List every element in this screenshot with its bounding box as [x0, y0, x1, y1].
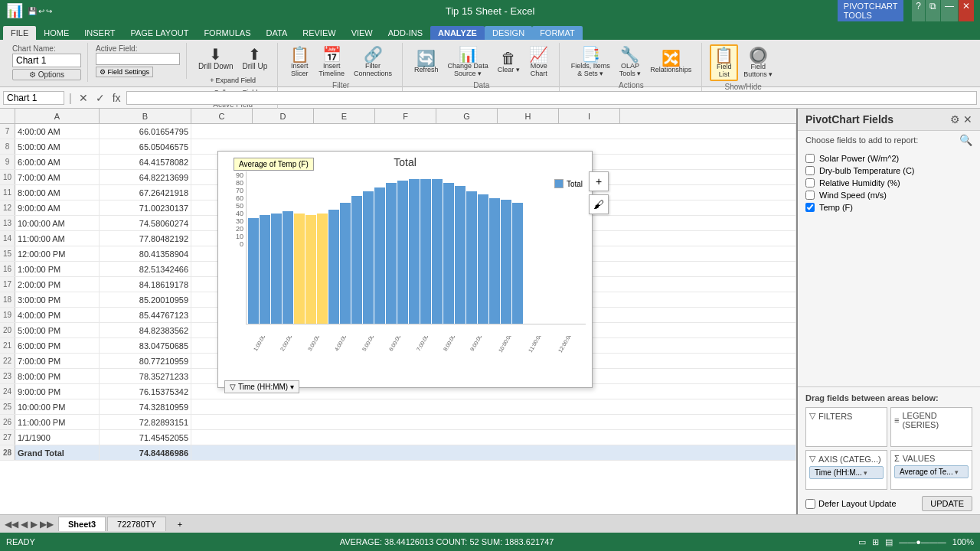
chart-bar[interactable]	[409, 179, 420, 324]
view-normal-icon[interactable]: ▭	[858, 537, 866, 547]
col-header-f[interactable]: F	[375, 109, 436, 123]
chart-container[interactable]: Average of Temp (F) Total 90807060504030…	[217, 151, 593, 388]
cell-value[interactable]: 76.15375342	[100, 384, 191, 399]
col-header-e[interactable]: E	[314, 109, 375, 123]
update-button[interactable]: UPDATE	[922, 496, 972, 511]
drill-up-btn[interactable]: ⬆ Drill Up	[239, 44, 272, 73]
expand-field-btn[interactable]: + Expand Field	[206, 74, 260, 86]
olap-tools-btn[interactable]: 🔧 OLAPTools ▾	[616, 44, 645, 80]
field-buttons-btn[interactable]: 🔘 FieldButtons ▾	[740, 45, 776, 80]
chart-bar[interactable]	[374, 187, 385, 324]
insert-slicer-btn[interactable]: 📋 InsertSlicer	[286, 44, 313, 80]
tab-addins[interactable]: ADD-INS	[381, 26, 430, 40]
chart-bar[interactable]	[283, 211, 293, 324]
field-item[interactable]: Relative Humidity (%)	[805, 177, 972, 189]
view-break-icon[interactable]: ▤	[885, 537, 893, 547]
name-box[interactable]	[3, 91, 64, 105]
chart-bar[interactable]	[294, 214, 305, 324]
field-item[interactable]: Temp (F)	[805, 201, 972, 214]
cell-time[interactable]: 5:00:00 AM	[15, 139, 100, 154]
cell-time[interactable]: 10:00:00 PM	[15, 399, 100, 414]
chart-bar[interactable]	[501, 200, 511, 324]
cell-value[interactable]: 66.01654795	[100, 124, 191, 139]
relationships-btn[interactable]: 🔀 Relationships	[646, 48, 695, 76]
chart-bar[interactable]	[420, 179, 431, 324]
help-btn[interactable]: ?	[912, 0, 925, 21]
chart-bar[interactable]	[489, 198, 500, 324]
col-header-i[interactable]: I	[559, 109, 620, 123]
cell-time[interactable]: 9:00:00 AM	[15, 201, 100, 215]
chart-bar[interactable]	[512, 203, 523, 324]
defer-checkbox[interactable]	[805, 499, 815, 509]
chart-bar[interactable]	[466, 191, 477, 324]
insert-function-icon[interactable]: fx	[110, 91, 123, 105]
axis-chip[interactable]: Time (HH:M... ▾	[809, 466, 884, 479]
minimize-btn[interactable]: —	[941, 0, 958, 21]
cell-value[interactable]: 85.44767123	[100, 308, 191, 322]
table-row[interactable]: 26 11:00:00 PM 72.82893151	[0, 415, 796, 430]
cell-value[interactable]: 71.00230137	[100, 201, 191, 215]
chart-bar[interactable]	[386, 183, 397, 324]
tab-formulas[interactable]: FORMULAS	[196, 26, 258, 40]
cell-time[interactable]: 4:00:00 PM	[15, 308, 100, 322]
restore-btn[interactable]: ⧉	[926, 0, 940, 21]
values-chip[interactable]: Average of Te... ▾	[894, 465, 969, 478]
options-button[interactable]: ⚙ Options	[12, 69, 81, 80]
clear-btn[interactable]: 🗑 Clear ▾	[494, 48, 524, 76]
cell-time[interactable]: 4:00:00 AM	[15, 124, 100, 139]
chart-bar[interactable]	[305, 215, 316, 324]
field-item[interactable]: Solar Power (W/m^2)	[805, 152, 972, 165]
tab-format[interactable]: FORMAT	[532, 26, 583, 40]
cell-value[interactable]: 65.05046575	[100, 139, 191, 154]
chart-bar[interactable]	[397, 181, 408, 324]
chart-bar[interactable]	[271, 214, 282, 324]
legend-area[interactable]: ≡ LEGEND (SERIES)	[890, 407, 972, 447]
tab-design[interactable]: DESIGN	[485, 26, 532, 40]
col-header-h[interactable]: H	[498, 109, 559, 123]
filters-area[interactable]: ▽ FILTERS	[805, 407, 887, 447]
table-row[interactable]: 27 1/1/1900 71.45452055	[0, 430, 796, 445]
field-settings-btn[interactable]: ⚙ Field Settings	[96, 67, 153, 77]
redo-icon[interactable]: ↪	[46, 7, 52, 15]
panel-close-icon[interactable]: ✕	[963, 113, 972, 126]
zoom-slider[interactable]: ——●———	[899, 537, 946, 546]
col-header-a[interactable]: A	[15, 109, 100, 123]
chart-bar[interactable]	[443, 183, 454, 324]
tab-data[interactable]: DATA	[259, 26, 296, 40]
fields-items-sets-btn[interactable]: 📑 Fields, Items& Sets ▾	[567, 44, 614, 80]
cell-time[interactable]: 10:00:00 AM	[15, 216, 100, 230]
cell-time[interactable]: 6:00:00 PM	[15, 338, 100, 353]
cell-time[interactable]: 5:00:00 PM	[15, 323, 100, 337]
table-row[interactable]: 28 Grand Total 74.84486986	[0, 445, 796, 461]
field-item[interactable]: Wind Speed (m/s)	[805, 189, 972, 201]
sheet-nav[interactable]: ◀◀ ◀ ▶ ▶▶	[5, 519, 54, 530]
chart-bar[interactable]	[260, 215, 270, 324]
axis-area[interactable]: ▽ AXIS (CATEG...) Time (HH:M... ▾	[805, 450, 887, 490]
tab-review[interactable]: REVIEW	[295, 26, 343, 40]
time-filter-btn[interactable]: ▽ Time (HH:MM) ▾	[224, 380, 299, 393]
cell-time[interactable]: 2:00:00 PM	[15, 277, 100, 292]
cancel-formula-icon[interactable]: ✕	[77, 91, 90, 105]
add-sheet-btn[interactable]: +	[168, 517, 192, 532]
cell-value[interactable]: 84.18619178	[100, 277, 191, 292]
cell-value[interactable]: 78.35271233	[100, 369, 191, 383]
cell-value[interactable]: 82.51342466	[100, 262, 191, 276]
quick-save-icon[interactable]: 💾	[28, 7, 37, 15]
cell-value[interactable]: 80.41358904	[100, 246, 191, 261]
cell-time[interactable]: 11:00:00 PM	[15, 415, 100, 429]
tab-home[interactable]: HOME	[36, 26, 77, 40]
field-checkbox[interactable]	[805, 203, 815, 212]
close-btn[interactable]: ✕	[959, 0, 974, 21]
cell-value[interactable]: 74.84486986	[100, 445, 191, 460]
cell-time[interactable]: 11:00:00 AM	[15, 231, 100, 246]
field-checkbox[interactable]	[805, 178, 815, 187]
tab-analyze[interactable]: ANALYZE	[430, 26, 485, 40]
chart-bar[interactable]	[248, 218, 259, 324]
insert-timeline-btn[interactable]: 📅 InsertTimeline	[315, 44, 348, 80]
cell-value[interactable]: 85.20010959	[100, 292, 191, 307]
cell-value[interactable]: 64.82213699	[100, 170, 191, 184]
cell-value[interactable]: 84.82383562	[100, 323, 191, 337]
field-list-btn[interactable]: 📋 FieldList	[710, 44, 738, 81]
chart-bar[interactable]	[432, 179, 443, 324]
tab-insert[interactable]: INSERT	[77, 26, 122, 40]
